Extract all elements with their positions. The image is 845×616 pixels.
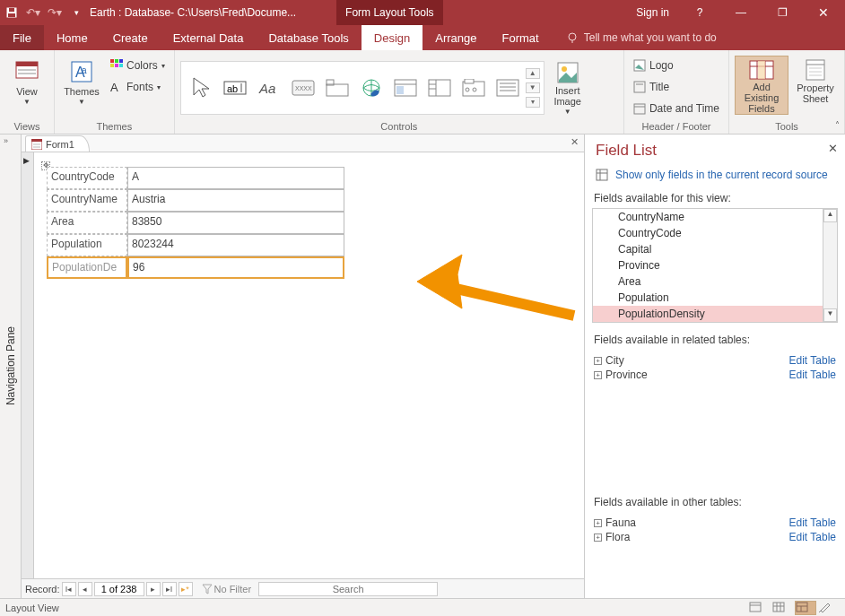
web-browser-icon[interactable] [389,68,422,108]
edit-table-link[interactable]: Edit Table [789,369,836,381]
title-button[interactable]: Title [630,77,723,97]
field-label[interactable]: PopulationDe [47,256,127,279]
fonts-button[interactable]: A Fonts▾ [107,77,169,97]
themes-button-label: Themes [64,86,100,97]
field-value[interactable]: 96 [127,256,344,279]
layout-view-icon[interactable] [795,601,816,615]
collapse-ribbon-icon[interactable]: ˄ [835,120,840,130]
view-button[interactable]: View ▼ [5,56,48,107]
fl-item[interactable]: CountryName [593,209,837,225]
next-record-icon[interactable]: ▸ [146,582,161,596]
field-row[interactable]: Area 83850 [47,212,344,234]
edit-table-link[interactable]: Edit Table [789,516,836,529]
gallery-scroll[interactable]: ▲▼▾ [526,68,540,108]
svg-rect-1 [8,13,15,17]
logo-button[interactable]: Logo [630,56,723,75]
restore-icon[interactable]: ❐ [764,0,800,25]
fl-other-row[interactable]: +Fauna Edit Table [592,516,838,530]
close-icon[interactable]: ✕ [806,0,841,25]
new-record-icon[interactable]: ▸* [179,582,193,596]
form-view-icon[interactable] [748,601,770,615]
tab-control-icon[interactable] [321,68,353,108]
navpane-expand-icon[interactable]: » [4,136,8,145]
navigation-pane[interactable]: » Navigation Pane [0,134,22,598]
fl-item[interactable]: CountryCode [593,225,837,241]
tell-me[interactable]: Tell me what you want to do [552,25,717,50]
field-row[interactable]: Population 8023244 [47,234,344,256]
fl-item[interactable]: Area [593,273,837,290]
button-icon[interactable]: XXXX [287,68,319,108]
show-only-fields-link[interactable]: Show only fields in the current record s… [585,165,845,188]
expand-icon[interactable]: + [594,519,602,527]
option-group-icon[interactable] [457,68,490,108]
scroll-down-icon[interactable]: ▼ [823,308,837,322]
edit-table-link[interactable]: Edit Table [789,354,836,367]
textbox-icon[interactable]: ab [219,68,251,108]
record-position-input[interactable] [94,582,144,596]
field-value[interactable]: 83850 [127,212,344,234]
last-record-icon[interactable]: ▸I [162,582,177,596]
insert-image-button[interactable]: Insert Image ▼ [548,58,588,117]
expand-icon[interactable]: + [594,371,602,379]
property-sheet-button[interactable]: Property Sheet [792,56,839,104]
field-label[interactable]: CountryName [47,189,127,212]
save-icon[interactable] [4,4,20,21]
minimize-icon[interactable]: — [723,0,759,25]
tab-database-tools[interactable]: Database Tools [256,25,361,50]
field-label[interactable]: Area [47,212,127,234]
record-selector[interactable]: ▶ [22,152,34,578]
field-value[interactable]: 8023244 [127,234,344,256]
themes-button[interactable]: Aa Themes ▼ [60,56,103,107]
field-value[interactable]: A [127,167,344,189]
design-view-icon[interactable] [818,601,840,615]
fl-item[interactable]: Population [593,290,837,306]
document-tab[interactable]: Form1 [25,135,90,152]
prev-record-icon[interactable]: ◂ [78,582,92,596]
tab-format[interactable]: Format [490,25,552,50]
datasheet-view-icon[interactable] [771,601,793,615]
scrollbar[interactable]: ▲▼ [823,209,837,322]
expand-icon[interactable]: + [594,534,602,542]
hyperlink-icon[interactable] [355,68,388,108]
form-canvas[interactable]: ▶ ✥ CountryCode A CountryName Austria Ar… [22,152,584,578]
tab-external-data[interactable]: External Data [161,25,257,50]
search-input[interactable] [258,582,438,596]
field-row[interactable]: CountryCode A [47,167,344,189]
undo-icon[interactable]: ↶▾ [25,4,41,21]
colors-button[interactable]: Colors▾ [107,56,169,75]
controls-gallery[interactable]: ab Aa XXXX ▲▼▾ [180,61,544,115]
edit-table-link[interactable]: Edit Table [789,531,836,543]
field-value[interactable]: Austria [127,189,344,212]
field-row-selected[interactable]: PopulationDe 96 [47,256,344,279]
tab-design[interactable]: Design [362,25,422,50]
label-icon[interactable]: Aa [253,68,285,108]
field-label[interactable]: CountryCode [47,167,127,189]
tab-create[interactable]: Create [100,25,161,50]
navigation-icon[interactable] [423,68,456,108]
add-existing-fields-button[interactable]: Add Existing Fields [735,56,788,115]
scroll-up-icon[interactable]: ▲ [823,209,837,222]
select-tool-icon[interactable] [185,68,217,108]
date-time-button[interactable]: Date and Time [630,99,723,118]
sign-in-link[interactable]: Sign in [629,0,676,25]
page-break-icon[interactable] [492,68,524,108]
tab-file[interactable]: File [0,25,44,50]
close-pane-icon[interactable]: ✕ [828,142,838,155]
qat-customize-icon[interactable]: ▾ [68,4,84,21]
expand-icon[interactable]: + [594,357,602,365]
first-record-icon[interactable]: I◂ [62,582,76,596]
fl-related-row[interactable]: +City Edit Table [592,353,838,368]
field-row[interactable]: CountryName Austria [47,189,344,212]
fl-item-selected[interactable]: PopulationDensity [593,306,837,322]
fl-item[interactable]: Province [593,257,837,273]
redo-icon[interactable]: ↷▾ [47,4,63,21]
filter-indicator[interactable]: No Filter [202,584,252,594]
fl-related-row[interactable]: +Province Edit Table [592,368,838,382]
close-tab-icon[interactable]: ✕ [571,136,579,148]
fl-other-row[interactable]: +Flora Edit Table [592,530,838,544]
tab-arrange[interactable]: Arrange [422,25,489,50]
help-icon[interactable]: ? [682,0,718,25]
tab-home[interactable]: Home [44,25,100,50]
field-label[interactable]: Population [47,234,127,256]
fl-item[interactable]: Capital [593,241,837,257]
